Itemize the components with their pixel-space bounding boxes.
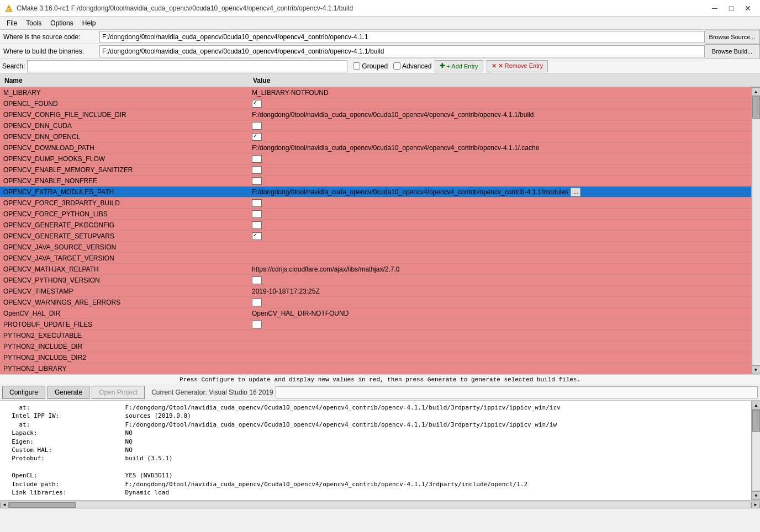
table-row[interactable]: OPENCV_JAVA_SOURCE_VERSION: [0, 242, 751, 253]
hscroll-left-button[interactable]: ◄: [0, 502, 9, 508]
log-scroll-up[interactable]: ▲: [752, 401, 760, 409]
row-checkbox[interactable]: [252, 276, 262, 284]
row-name: OPENCV_GENERATE_SETUPVARS: [0, 232, 249, 240]
row-checkbox[interactable]: [252, 133, 262, 141]
menubar: File Tools Options Help: [0, 17, 760, 30]
row-checkbox[interactable]: [252, 299, 262, 306]
browse-source-button[interactable]: Browse Source...: [705, 30, 760, 44]
menu-help[interactable]: Help: [78, 18, 101, 28]
row-checkbox[interactable]: [252, 232, 262, 240]
table-row[interactable]: OPENCV_PYTHON3_VERSION: [0, 275, 751, 286]
table-content: M_LIBRARYM_LIBRARY-NOTFOUNDOPENCL_FOUNDO…: [0, 87, 751, 374]
advanced-checkbox[interactable]: [393, 62, 400, 70]
row-name: OPENCV_ENABLE_MEMORY_SANITIZER: [0, 166, 249, 174]
scroll-up-button[interactable]: ▲: [752, 87, 761, 96]
build-status-input[interactable]: [276, 386, 758, 398]
open-project-button[interactable]: Open Project: [92, 386, 145, 399]
scroll-track: [752, 96, 761, 365]
row-name: M_LIBRARY: [0, 89, 249, 97]
grouped-checkbox[interactable]: [353, 62, 360, 70]
remove-entry-button[interactable]: ✕ ✕ Remove Entry: [487, 60, 548, 72]
row-value: [249, 177, 751, 185]
row-value: [249, 232, 751, 240]
hscroll-thumb[interactable]: [9, 502, 76, 508]
row-name: OPENCV_CONFIG_FILE_INCLUDE_DIR: [0, 111, 249, 119]
row-checkbox[interactable]: [252, 221, 262, 229]
table-row[interactable]: OPENCV_ENABLE_NONFREE: [0, 175, 751, 187]
menu-file[interactable]: File: [2, 18, 22, 28]
add-entry-button[interactable]: ✚ + Add Entry: [435, 60, 483, 72]
scroll-down-button[interactable]: ▼: [752, 365, 761, 374]
menu-options[interactable]: Options: [46, 18, 77, 28]
titlebar-left: C CMake 3.16.0-rc1 F:/dongdong/0tool/nav…: [4, 4, 353, 13]
table-row[interactable]: OPENCV_DNN_OPENCL: [0, 131, 751, 142]
remove-entry-label: ✕ Remove Entry: [498, 62, 543, 70]
table-row[interactable]: OPENCV_ENABLE_MEMORY_SANITIZER: [0, 164, 751, 175]
table-row[interactable]: PYTHON2_INCLUDE_DIR2: [0, 352, 751, 363]
row-name: PYTHON2_INCLUDE_DIR2: [0, 354, 249, 361]
row-checkbox[interactable]: [252, 100, 262, 108]
table-row[interactable]: OPENCV_MATHJAX_RELPATHhttps://cdnjs.clou…: [0, 264, 751, 275]
minimize-button[interactable]: ─: [707, 3, 722, 14]
table-row[interactable]: OPENCV_TIMESTAMP2019-10-18T17:23:25Z: [0, 286, 751, 297]
table-row[interactable]: OPENCV_EXTRA_MODULES_PATHF:/dongdong/0to…: [0, 187, 751, 198]
horizontal-scrollbar[interactable]: ◄ ►: [0, 500, 760, 509]
close-button[interactable]: ✕: [740, 3, 756, 14]
hscroll-right-button[interactable]: ►: [751, 502, 760, 508]
row-value: [249, 321, 751, 328]
menu-tools[interactable]: Tools: [22, 18, 46, 28]
row-value: https://cdnjs.cloudflare.com/ajax/libs/m…: [249, 265, 751, 273]
table-row[interactable]: OPENCV_CONFIG_FILE_INCLUDE_DIRF:/dongdon…: [0, 109, 751, 120]
table-row[interactable]: PYTHON2_INCLUDE_DIR: [0, 341, 751, 352]
table-row[interactable]: OPENCV_GENERATE_PKGCONFIG: [0, 220, 751, 231]
table-row[interactable]: PYTHON2_EXECUTABLE: [0, 330, 751, 341]
svg-text:C: C: [7, 7, 10, 12]
row-name: PROTOBUF_UPDATE_FILES: [0, 321, 249, 328]
browse-build-button[interactable]: Browse Build...: [705, 44, 760, 58]
titlebar-title: CMake 3.16.0-rc1 F:/dongdong/0tool/navid…: [17, 4, 353, 12]
row-checkbox[interactable]: [252, 122, 262, 130]
source-input[interactable]: [99, 31, 705, 43]
row-value: [249, 299, 751, 306]
generator-label: Current Generator: Visual Studio 16 2019: [151, 389, 273, 396]
vertical-scrollbar[interactable]: ▲ ▼: [751, 87, 760, 374]
table-row[interactable]: OPENCV_DNN_CUDA: [0, 120, 751, 131]
row-checkbox[interactable]: [252, 177, 262, 185]
build-input[interactable]: [99, 45, 705, 57]
log-area: at: F:/dongdong/0tool/navidia_cuda_openc…: [0, 401, 751, 500]
row-name: OPENCV_JAVA_TARGET_VERSION: [0, 254, 249, 262]
generate-button[interactable]: Generate: [48, 386, 89, 399]
table-row[interactable]: OpenCV_HAL_DIROpenCV_HAL_DIR-NOTFOUND: [0, 308, 751, 319]
row-value: F:/dongdong/0tool/navidia_cuda_opencv/0c…: [249, 188, 751, 196]
row-checkbox[interactable]: [252, 321, 262, 328]
row-checkbox[interactable]: [252, 166, 262, 174]
row-name: OPENCV_GENERATE_PKGCONFIG: [0, 221, 249, 229]
table-row[interactable]: M_LIBRARYM_LIBRARY-NOTFOUND: [0, 87, 751, 98]
table-row[interactable]: OPENCV_WARNINGS_ARE_ERRORS: [0, 297, 751, 308]
advanced-group: Advanced: [393, 62, 431, 70]
search-input[interactable]: [27, 60, 347, 72]
table-row[interactable]: OPENCV_FORCE_3RDPARTY_BUILD: [0, 198, 751, 209]
table-row[interactable]: PROTOBUF_UPDATE_FILES: [0, 319, 751, 330]
table-row[interactable]: OPENCV_DUMP_HOOKS_FLOW: [0, 153, 751, 164]
row-edit-button[interactable]: ...: [571, 188, 580, 196]
maximize-button[interactable]: □: [724, 3, 739, 14]
row-checkbox[interactable]: [252, 155, 262, 163]
table-row[interactable]: PYTHON2_LIBRARY: [0, 363, 751, 374]
table-row[interactable]: OPENCV_JAVA_TARGET_VERSION: [0, 253, 751, 264]
configure-button[interactable]: Configure: [2, 386, 45, 399]
titlebar: C CMake 3.16.0-rc1 F:/dongdong/0tool/nav…: [0, 0, 760, 17]
row-checkbox[interactable]: [252, 210, 262, 218]
log-scroll-thumb[interactable]: [752, 410, 760, 432]
scroll-thumb[interactable]: [752, 97, 760, 119]
log-scroll-down[interactable]: ▼: [752, 491, 760, 500]
table-row[interactable]: OPENCL_FOUND: [0, 98, 751, 109]
row-name: OPENCV_FORCE_PYTHON_LIBS: [0, 210, 249, 218]
log-scrollbar[interactable]: ▲ ▼: [751, 401, 760, 500]
row-checkbox[interactable]: [252, 199, 262, 207]
row-name: OPENCV_TIMESTAMP: [0, 288, 249, 295]
table-row[interactable]: OPENCV_DOWNLOAD_PATHF:/dongdong/0tool/na…: [0, 142, 751, 153]
table-row[interactable]: OPENCV_FORCE_PYTHON_LIBS: [0, 209, 751, 220]
row-name: OPENCV_MATHJAX_RELPATH: [0, 265, 249, 273]
table-row[interactable]: OPENCV_GENERATE_SETUPVARS: [0, 231, 751, 242]
